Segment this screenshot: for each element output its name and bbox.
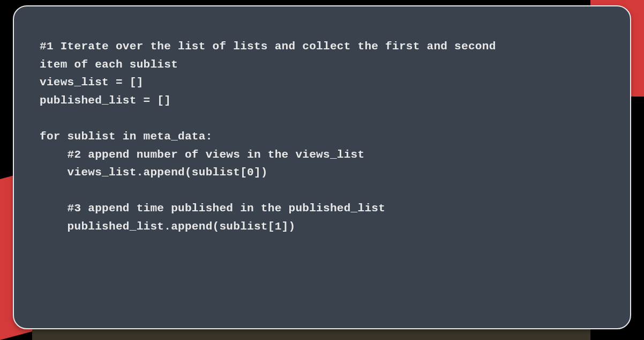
code-line-3: views_list = [] [40, 76, 144, 88]
code-line-7: #2 append number of views in the views_l… [40, 149, 364, 161]
code-line-4: published_list = [] [40, 94, 171, 107]
code-line-11: published_list.append(sublist[1]) [40, 220, 295, 233]
code-content-block: #1 Iterate over the list of lists and co… [40, 38, 604, 236]
code-line-8: views_list.append(sublist[0]) [40, 166, 268, 179]
code-line-10: #3 append time published in the publishe… [40, 202, 385, 215]
code-line-1: #1 Iterate over the list of lists and co… [40, 40, 496, 53]
code-line-6: for sublist in meta_data: [40, 130, 213, 143]
code-snippet-card: #1 Iterate over the list of lists and co… [13, 5, 631, 329]
code-line-2: item of each sublist [40, 58, 178, 71]
